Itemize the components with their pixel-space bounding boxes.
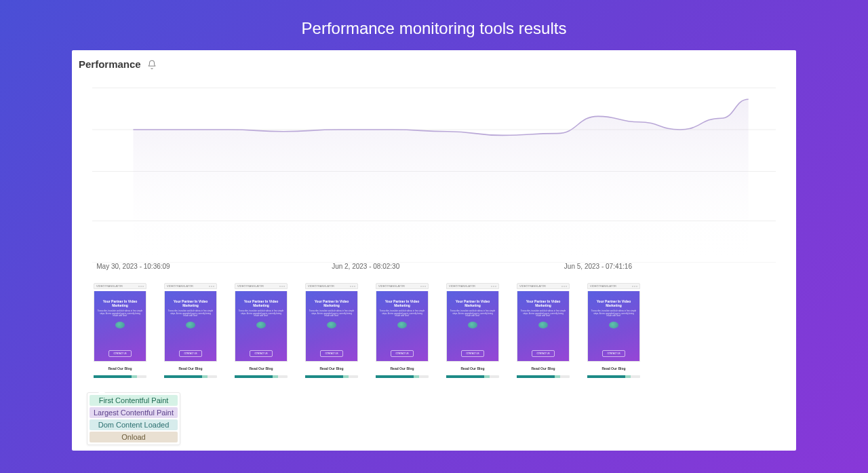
thumb-browser-bar: VIDEOTRANSLATOR — [305, 283, 358, 289]
thumb-browser-bar: VIDEOTRANSLATOR — [517, 283, 570, 289]
thumb-hero: Your Partner In Video MarketingTranscrib… — [94, 291, 146, 362]
thumb-browser-bar: VIDEOTRANSLATOR — [446, 283, 499, 289]
panel-title: Performance — [79, 58, 141, 70]
thumb-hero-sub: Transcribe, translate and dub videos in … — [238, 310, 284, 318]
thumb-hero-title: Your Partner In Video Marketing — [520, 299, 566, 307]
thumb-hero-cta: CONTACT US — [532, 350, 554, 357]
thumb-browser-bar: VIDEOTRANSLATOR — [235, 283, 288, 289]
thumb-hero: Your Partner In Video MarketingTranscrib… — [587, 291, 640, 362]
thumb-footer: Read Our Blog — [305, 364, 358, 373]
thumb-footer: Read Our Blog — [587, 364, 640, 373]
thumb-hero-graphic — [609, 322, 618, 328]
thumb-progress-bar — [94, 375, 146, 378]
snapshot-thumbnail[interactable]: VIDEOTRANSLATORYour Partner In Video Mar… — [164, 283, 217, 378]
thumb-hero-cta: CONTACT US — [108, 350, 131, 357]
thumb-hero-sub: Transcribe, translate and dub videos in … — [591, 310, 637, 318]
thumb-hero-title: Your Partner In Video Marketing — [238, 299, 284, 307]
thumb-hero-graphic — [397, 322, 407, 328]
thumb-footer: Read Our Blog — [235, 364, 288, 373]
legend-item[interactable]: Dom Content Loaded — [90, 419, 178, 430]
thumb-hero-cta: CONTACT US — [250, 350, 272, 357]
legend-item[interactable]: First Contentful Paint — [90, 395, 178, 406]
performance-chart[interactable] — [92, 73, 776, 263]
thumb-hero-sub: Transcribe, translate and dub videos in … — [97, 310, 143, 318]
snapshot-row: VIDEOTRANSLATORYour Partner In Video Mar… — [79, 280, 789, 378]
thumb-browser-bar: VIDEOTRANSLATOR — [587, 283, 640, 289]
thumb-brand: VIDEOTRANSLATOR — [237, 284, 264, 288]
thumb-hero-title: Your Partner In Video Marketing — [450, 299, 496, 307]
thumb-hero: Your Partner In Video MarketingTranscrib… — [517, 291, 570, 362]
legend-item[interactable]: Onload — [90, 432, 178, 442]
thumb-hero-title: Your Partner In Video Marketing — [591, 299, 637, 307]
chart-line — [92, 73, 776, 263]
x-tick-label: May 30, 2023 - 10:36:09 — [96, 263, 170, 270]
thumb-hero-cta: CONTACT US — [320, 350, 342, 357]
thumb-progress-bar — [517, 375, 570, 378]
panel-header: Performance — [79, 58, 789, 70]
snapshot-thumbnail[interactable]: VIDEOTRANSLATORYour Partner In Video Mar… — [305, 283, 358, 378]
thumb-hero: Your Partner In Video MarketingTranscrib… — [164, 291, 217, 362]
thumb-footer: Read Our Blog — [164, 364, 217, 373]
thumb-footer: Read Our Blog — [376, 364, 429, 373]
thumb-brand: VIDEOTRANSLATOR — [378, 284, 405, 288]
thumb-brand: VIDEOTRANSLATOR — [519, 284, 546, 288]
thumb-browser-bar: VIDEOTRANSLATOR — [94, 283, 146, 289]
thumb-progress-bar — [164, 375, 217, 378]
snapshot-thumbnail[interactable]: VIDEOTRANSLATORYour Partner In Video Mar… — [446, 283, 499, 378]
thumb-hero-cta: CONTACT US — [461, 350, 484, 357]
thumb-hero-graphic — [186, 322, 195, 328]
thumb-footer: Read Our Blog — [446, 364, 499, 373]
snapshot-thumbnail[interactable]: VIDEOTRANSLATORYour Partner In Video Mar… — [94, 283, 146, 378]
thumb-brand: VIDEOTRANSLATOR — [449, 284, 475, 288]
thumb-hero-title: Your Partner In Video Marketing — [97, 299, 143, 307]
thumb-hero-cta: CONTACT US — [391, 350, 413, 357]
thumb-brand: VIDEOTRANSLATOR — [308, 284, 334, 288]
thumb-hero: Your Partner In Video MarketingTranscrib… — [235, 291, 288, 362]
thumb-footer: Read Our Blog — [94, 364, 146, 373]
thumb-hero-sub: Transcribe, translate and dub videos in … — [167, 310, 214, 318]
chart-x-axis: May 30, 2023 - 10:36:09Jun 2, 2023 - 08:… — [92, 263, 776, 275]
dropdown-arrow-icon — [98, 389, 105, 393]
thumb-hero-sub: Transcribe, translate and dub videos in … — [520, 310, 566, 318]
x-tick-label: Jun 2, 2023 - 08:02:30 — [332, 263, 399, 270]
snapshot-thumbnail[interactable]: VIDEOTRANSLATORYour Partner In Video Mar… — [235, 283, 288, 378]
page-title: Performance monitoring tools results — [0, 0, 868, 50]
thumb-hero-graphic — [468, 322, 477, 328]
thumb-browser-bar: VIDEOTRANSLATOR — [376, 283, 429, 289]
thumb-progress-bar — [376, 375, 429, 378]
thumb-hero-cta: CONTACT US — [179, 350, 201, 357]
bell-icon[interactable] — [146, 59, 157, 70]
thumb-hero-graphic — [115, 322, 125, 328]
thumb-brand: VIDEOTRANSLATOR — [590, 284, 616, 288]
thumb-hero-graphic — [538, 322, 548, 328]
thumb-hero-title: Your Partner In Video Marketing — [379, 299, 425, 307]
thumb-hero-graphic — [327, 322, 336, 328]
thumb-hero-graphic — [256, 322, 266, 328]
thumb-hero-sub: Transcribe, translate and dub videos in … — [450, 310, 496, 318]
thumb-hero-cta: CONTACT US — [602, 350, 625, 357]
thumb-hero: Your Partner In Video MarketingTranscrib… — [305, 291, 358, 362]
thumb-footer: Read Our Blog — [517, 364, 570, 373]
thumb-browser-bar: VIDEOTRANSLATOR — [164, 283, 217, 289]
thumb-hero-title: Your Partner In Video Marketing — [309, 299, 355, 307]
thumb-brand: VIDEOTRANSLATOR — [167, 284, 193, 288]
thumb-progress-bar — [587, 375, 640, 378]
snapshot-thumbnail[interactable]: VIDEOTRANSLATORYour Partner In Video Mar… — [587, 283, 640, 378]
thumb-hero-title: Your Partner In Video Marketing — [167, 299, 214, 307]
legend-dropdown[interactable]: First Contentful PaintLargest Contentful… — [87, 392, 180, 445]
performance-panel: Performance May 30, 2023 - 10:36:09Jun 2… — [72, 50, 796, 451]
thumb-progress-bar — [235, 375, 288, 378]
thumb-hero-sub: Transcribe, translate and dub videos in … — [309, 310, 355, 318]
x-tick-label: Jun 5, 2023 - 07:41:16 — [564, 263, 632, 270]
thumb-hero-sub: Transcribe, translate and dub videos in … — [379, 310, 425, 318]
thumb-progress-bar — [446, 375, 499, 378]
thumb-progress-bar — [305, 375, 358, 378]
thumb-brand: VIDEOTRANSLATOR — [96, 284, 123, 288]
snapshot-thumbnail[interactable]: VIDEOTRANSLATORYour Partner In Video Mar… — [376, 283, 429, 378]
thumb-hero: Your Partner In Video MarketingTranscrib… — [446, 291, 499, 362]
snapshot-thumbnail[interactable]: VIDEOTRANSLATORYour Partner In Video Mar… — [517, 283, 570, 378]
legend-item[interactable]: Largest Contentful Paint — [90, 407, 178, 418]
thumb-hero: Your Partner In Video MarketingTranscrib… — [376, 291, 429, 362]
